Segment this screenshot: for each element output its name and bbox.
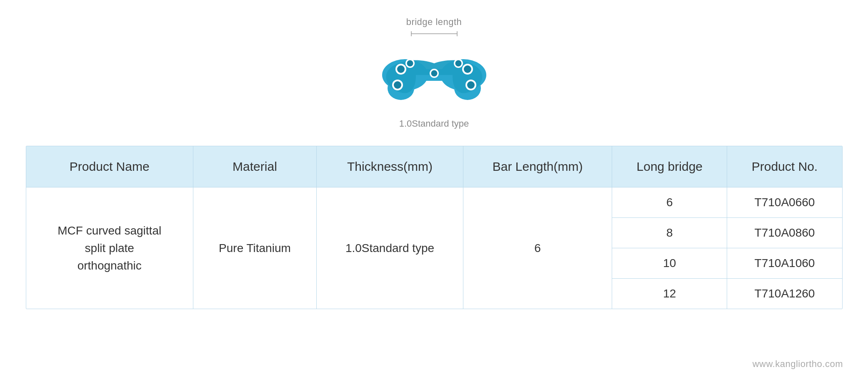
svg-point-17 (394, 81, 401, 89)
cell-thickness: 1.0Standard type (316, 187, 463, 309)
cell-product-no-0: T710A0660 (727, 187, 842, 218)
page-container: bridge length (0, 0, 868, 377)
cell-material: Pure Titanium (193, 187, 316, 309)
cell-product-name: MCF curved sagittalsplit plateorthognath… (26, 187, 193, 309)
cell-product-no-3: T710A1260 (727, 279, 842, 309)
bridge-length-line (409, 30, 459, 37)
col-header-product-no: Product No. (727, 146, 842, 187)
cell-product-no-2: T710A1060 (727, 248, 842, 279)
bridge-length-label: bridge length (406, 17, 462, 27)
cell-long-bridge-2: 10 (612, 248, 727, 279)
svg-point-11 (407, 60, 413, 67)
col-header-material: Material (193, 146, 316, 187)
svg-point-15 (455, 60, 461, 67)
svg-point-19 (467, 81, 475, 89)
cell-long-bridge-0: 6 (612, 187, 727, 218)
svg-point-9 (397, 65, 405, 73)
col-header-bar-length: Bar Length(mm) (463, 146, 612, 187)
svg-point-21 (431, 70, 437, 77)
plate-illustration (380, 39, 488, 112)
table-row: MCF curved sagittalsplit plateorthognath… (26, 187, 842, 218)
cell-long-bridge-1: 8 (612, 218, 727, 248)
col-header-long-bridge: Long bridge (612, 146, 727, 187)
table-header-row: Product Name Material Thickness(mm) Bar … (26, 146, 842, 187)
cell-bar-length: 6 (463, 187, 612, 309)
plate-label: 1.0Standard type (399, 118, 469, 129)
svg-point-13 (464, 65, 471, 73)
col-header-thickness: Thickness(mm) (316, 146, 463, 187)
website-watermark: www.kangliortho.com (753, 359, 843, 370)
product-table: Product Name Material Thickness(mm) Bar … (26, 146, 843, 309)
cell-product-no-1: T710A0860 (727, 218, 842, 248)
cell-long-bridge-3: 12 (612, 279, 727, 309)
col-header-product-name: Product Name (26, 146, 193, 187)
product-illustration: bridge length (380, 17, 488, 129)
